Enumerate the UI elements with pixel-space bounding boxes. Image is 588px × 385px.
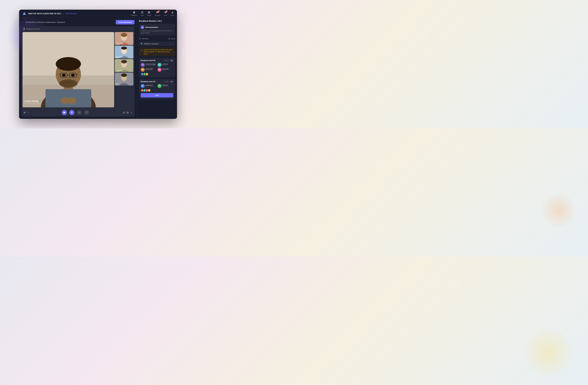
org-nacifa: Arsenal WFC (146, 70, 153, 71)
announcement-description: Create a common announcement to the room… (141, 30, 173, 34)
avatar-nacifa: NH (141, 68, 145, 72)
room-number: 2 (23, 28, 25, 31)
video-layout: Lecistor George CTO, Wow technologies Si… (21, 32, 134, 109)
add-timer-button[interactable]: Add timer (139, 38, 148, 40)
room-name-label: Breakout room 02 (26, 28, 40, 30)
name-val: Val Poon (162, 63, 168, 65)
extra-avatars-07: A B C D (141, 89, 173, 92)
name-joey: Joey King (162, 68, 168, 70)
video-controls: 7 (21, 109, 134, 116)
svg-point-40 (25, 112, 26, 113)
video-tile-joe: Joe R (115, 72, 133, 86)
side-video-list: Joey King (115, 32, 133, 107)
speaker-name: Lecistor George (24, 100, 41, 102)
announcement-title: Announcement (145, 26, 158, 28)
org-mackenzie: Netflix Pvt Ltd. (146, 86, 153, 87)
breakout-card-header-07: Breakout room 02 7 people 07 (141, 81, 173, 83)
alerts-badge: 2 (166, 10, 168, 12)
panel-title: Breakout Rooms ( 34 ) (139, 20, 175, 22)
room-meta-07: 7 people 07 (163, 81, 173, 83)
avatar-mackenzie: MT (141, 84, 145, 88)
svg-point-29 (121, 33, 127, 37)
nav-alerts[interactable]: 2 Alerts (164, 11, 167, 16)
alerts-icon: 2 (164, 11, 167, 14)
feed-label: Feed (141, 15, 144, 16)
error-text: Oops! we cannot find any match for the g… (144, 49, 173, 55)
room-id-02: 02 (170, 60, 173, 62)
nav-moderation[interactable]: Moderation (131, 11, 137, 16)
chat-button[interactable] (84, 110, 89, 115)
grid-view-icon[interactable]: ⊞ (123, 111, 125, 114)
svg-point-38 (121, 73, 127, 77)
messages-icon: 2 (156, 11, 159, 14)
announcement-header: Announcement (141, 25, 173, 29)
fullscreen-icon[interactable]: ⤢ (130, 111, 132, 114)
join-room-button[interactable]: Join (141, 93, 173, 97)
main-video-bg (22, 32, 114, 107)
tile-dot-val (116, 70, 116, 71)
svg-point-32 (121, 47, 127, 50)
announcement-icon (141, 25, 144, 29)
svg-rect-2 (141, 11, 142, 12)
tile-dot-joey (116, 43, 116, 44)
name-tiffany: Tiffany H. (162, 85, 170, 86)
info-nacifa: Nacifa Helb Arsenal WFC (146, 68, 153, 71)
main-content: ← Introduction to Remote Collaboration /… (19, 18, 177, 119)
participant-joey: JK Joey King Actress (157, 68, 173, 72)
search-box: 🔍 (139, 42, 175, 46)
view-schedule-link[interactable]: View Schedule (65, 13, 77, 15)
meeting-title: MEETUP WITH EVERYONE IN 2021 (28, 13, 61, 15)
layout-view-icon[interactable]: ▤ (126, 111, 129, 114)
video-tile-val: Val Poon (115, 59, 133, 72)
svg-rect-41 (63, 112, 65, 113)
svg-point-53 (168, 38, 170, 39)
back-button[interactable]: ← (21, 21, 24, 24)
svg-point-24 (59, 79, 78, 87)
online-indicator (39, 100, 41, 102)
nav-feed[interactable]: Feed (141, 11, 144, 16)
svg-point-6 (148, 11, 149, 12)
allow-button[interactable]: Allow (168, 38, 175, 40)
nav-people[interactable]: People (147, 11, 151, 16)
svg-rect-46 (78, 112, 80, 113)
tile-name-joey: Joey King (116, 43, 123, 44)
speaker-title: CTO, Wow technologies (24, 102, 41, 104)
name-nacifa: Nacifa Helb (146, 68, 153, 70)
participant-nacifa: NH Nacifa Helb Arsenal WFC (141, 68, 157, 72)
svg-point-39 (24, 112, 25, 113)
info-val: Val Poon Netflix UK (162, 63, 168, 66)
nav-messages[interactable]: 2 Messages (155, 11, 161, 16)
participant-lecistor: LG Lecistor George Wow technologies (141, 63, 157, 67)
svg-rect-5 (142, 13, 143, 13)
camera-button[interactable] (62, 110, 67, 115)
svg-point-26 (67, 97, 76, 104)
video-area: ← Introduction to Remote Collaboration /… (19, 18, 137, 119)
avatar-joey: JK (157, 68, 162, 72)
search-icon: 🔍 (141, 43, 143, 45)
mic-button[interactable] (69, 110, 74, 115)
mini-avatar-07-4: D (147, 89, 151, 92)
search-error: ⚠ Oops! we cannot find any match for the… (139, 47, 175, 56)
tile-name-val: Val Poon (116, 70, 122, 71)
svg-point-8 (172, 11, 173, 12)
messages-label: Messages (155, 15, 161, 16)
name-label: Name (171, 15, 174, 16)
breadcrumb-bar: ← Introduction to Remote Collaboration /… (21, 20, 134, 24)
search-input[interactable] (144, 43, 173, 45)
main-video-tile: Lecistor George CTO, Wow technologies Si… (22, 32, 114, 107)
svg-point-35 (121, 60, 127, 63)
info-mackenzie: Mackenzie T. Netflix Pvt Ltd. (146, 85, 153, 87)
nav-name[interactable]: Name (171, 11, 174, 16)
extra-avatars-02: M T J (141, 72, 173, 76)
info-lecistor: Lecistor George Wow technologies (146, 63, 155, 66)
speaker-location: Singapore, Singapore (24, 104, 41, 106)
close-breakout-button[interactable]: Close Breakout (116, 20, 134, 24)
nav-divider: | (63, 12, 63, 15)
share-screen-button[interactable] (77, 110, 82, 115)
svg-line-52 (140, 39, 140, 39)
messages-badge: 2 (158, 10, 160, 12)
participant-val: VP Val Poon Netflix UK (157, 63, 173, 67)
video-grid: 2 Breakout room 02 (21, 26, 134, 116)
svg-rect-4 (141, 13, 142, 13)
nav-icons: Moderation Feed People 2 Messages (131, 11, 174, 16)
